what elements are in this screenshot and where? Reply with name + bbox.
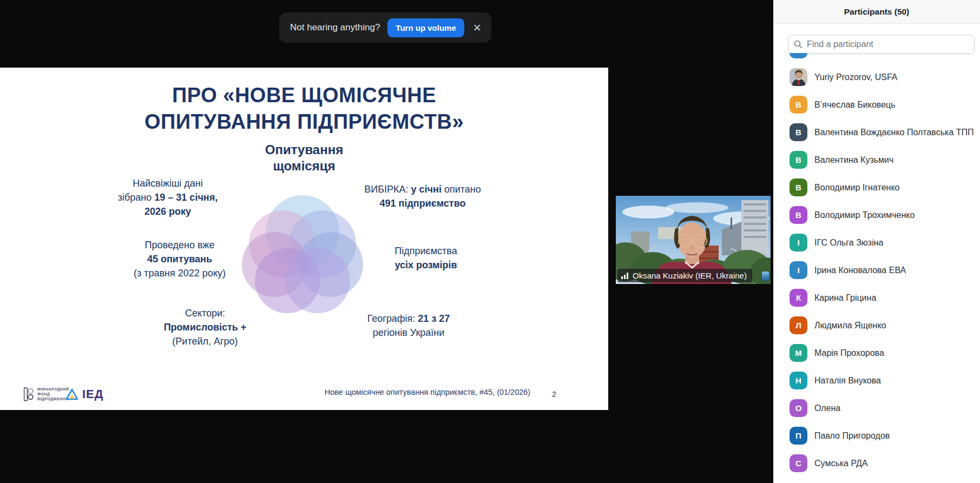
- participant-photo-avatar: [790, 68, 807, 86]
- notification-text: Not hearing anything?: [290, 22, 380, 33]
- participant-row[interactable]: ММарія Прохорова: [773, 339, 980, 367]
- participant-avatar: І: [790, 234, 807, 252]
- participant-name: Наталія Внукова: [814, 376, 881, 386]
- participant-row[interactable]: Yuriy Prozorov, USFA: [773, 63, 980, 91]
- irf-logo: МІЖНАРОДНИЙ ФОНД ВІДРОДЖЕННЯ: [24, 387, 69, 401]
- irf-logo-text: МІЖНАРОДНИЙ ФОНД ВІДРОДЖЕННЯ: [37, 387, 69, 401]
- participant-row[interactable]: ІІрина Коновалова ЕВА: [773, 256, 980, 284]
- slide-info-sectors: Сектори:Промисловість +(Ритейл, Агро): [119, 306, 292, 348]
- slide-page-number: 2: [552, 390, 556, 399]
- participant-name: Людмила Ященко: [814, 321, 886, 330]
- participant-name: Володимир Ігнатенко: [814, 183, 899, 193]
- participant-avatar: С: [790, 454, 807, 472]
- audio-notification-banner: Not hearing anything? Turn up volume ✕: [279, 12, 491, 43]
- slide-info-latest-data: Найсвіжіші данізібрано 19 – 31 січня,202…: [81, 176, 254, 219]
- participant-search-box: [788, 35, 975, 54]
- search-icon: [794, 40, 803, 49]
- slide-info-surveys-count: Проведено вже45 опитувань(з травня 2022 …: [93, 238, 266, 280]
- participant-name: Валентина Кузьмич: [814, 155, 893, 165]
- participant-row[interactable]: ЛЛюдмила Ященко: [773, 312, 980, 339]
- app-window: Not hearing anything? Turn up volume ✕ П…: [0, 0, 980, 483]
- irf-logo-icon: [24, 387, 34, 401]
- participant-name: Валентина Вождаєнко Полтавська ТПП: [814, 128, 974, 137]
- participant-avatar: О: [790, 399, 807, 417]
- participant-row[interactable]: ВВолодимир Трохимченко: [773, 201, 980, 229]
- close-icon[interactable]: ✕: [473, 23, 482, 33]
- participant-row[interactable]: ВВ’ячеслав Биковець: [773, 91, 980, 118]
- participant-avatar: М: [790, 344, 807, 362]
- slide-info-sample: ВИБІРКА: у січні опитано491 підприємство: [336, 182, 509, 210]
- participant-name: Володимир Трохимченко: [814, 210, 915, 220]
- speaker-name-label: Oksana Kuziakiv (IER, Ukraine): [617, 269, 752, 282]
- audio-signal-icon: [621, 272, 629, 279]
- ier-logo-icon: [65, 388, 79, 401]
- participant-row[interactable]: ССумська РДА: [773, 449, 980, 477]
- participant-name: Yuriy Prozorov, USFA: [814, 72, 898, 82]
- participant-avatar: [790, 53, 807, 58]
- participant-row[interactable]: ООлена: [773, 394, 980, 422]
- slide-title: ПРО «НОВЕ ЩОМІСЯЧНЕ ОПИТУВАННЯ ПІДПРИЄМС…: [0, 82, 608, 135]
- participant-name: Карина Гріцина: [814, 293, 876, 303]
- participant-avatar: В: [790, 123, 807, 141]
- speaker-video-thumbnail[interactable]: Oksana Kuziakiv (IER, Ukraine): [616, 196, 771, 284]
- participant-avatar: В: [790, 96, 807, 114]
- participant-avatar: П: [790, 427, 807, 445]
- speaker-name-text: Oksana Kuziakiv (IER, Ukraine): [633, 271, 747, 280]
- participant-name: Павло Пригородов: [814, 431, 890, 441]
- participant-avatar: В: [790, 178, 807, 196]
- participant-name: Сумська РДА: [814, 459, 868, 468]
- participant-avatar: В: [790, 206, 807, 224]
- participant-avatar: Л: [790, 316, 807, 334]
- slide-footer-caption: Нове щомісячне опитування підприємств, #…: [271, 388, 584, 396]
- participant-row[interactable]: ВВолодимир Ігнатенко: [773, 174, 980, 201]
- participant-name: Марія Прохорова: [814, 348, 884, 358]
- slide-info-geography: Географія: 21 з 27регіонів України: [322, 312, 495, 340]
- participant-avatar: Н: [790, 372, 807, 389]
- ier-logo-text: ІЕД: [82, 387, 103, 401]
- slide-subtitle: Опитування щомісяця: [0, 142, 608, 174]
- participant-row[interactable]: ІІГС Ольга Зюзіна: [773, 229, 980, 256]
- participant-name: Олена: [814, 403, 840, 413]
- slide-info-sizes: Підприємстваусіх розмірів: [339, 244, 512, 272]
- participant-row[interactable]: ВВалентина Кузьмич: [773, 146, 980, 174]
- participant-avatar: В: [790, 151, 807, 169]
- ier-logo: ІЕД: [65, 387, 103, 401]
- participant-name: ІГС Ольга Зюзіна: [814, 238, 883, 248]
- participant-name: Ірина Коновалова ЕВА: [814, 266, 906, 275]
- participant-row[interactable]: ВВалентина Вождаєнко Полтавська ТПП: [773, 118, 980, 146]
- participant-name: В’ячеслав Биковець: [814, 100, 896, 110]
- search-input[interactable]: [807, 39, 969, 49]
- participant-row-partial[interactable]: [773, 53, 980, 63]
- participant-row[interactable]: ККарина Гріцина: [773, 284, 980, 312]
- participant-avatar: І: [790, 261, 807, 279]
- participant-list: Yuriy Prozorov, USFAВВ’ячеслав БиковецьВ…: [773, 53, 980, 483]
- shared-slide: ПРО «НОВЕ ЩОМІСЯЧНЕ ОПИТУВАННЯ ПІДПРИЄМС…: [0, 68, 608, 410]
- participant-row[interactable]: ППавло Пригородов: [773, 422, 980, 449]
- participant-avatar: К: [790, 289, 807, 307]
- participants-title: Participants (50): [844, 7, 910, 17]
- participants-panel-header: Participants (50): [773, 0, 980, 24]
- turn-up-volume-button[interactable]: Turn up volume: [387, 18, 464, 37]
- participants-panel: Participants (50) Yuriy Prozorov, USFAВВ…: [773, 0, 980, 483]
- video-corner-icon: [762, 272, 769, 281]
- participant-row[interactable]: ННаталія Внукова: [773, 367, 980, 394]
